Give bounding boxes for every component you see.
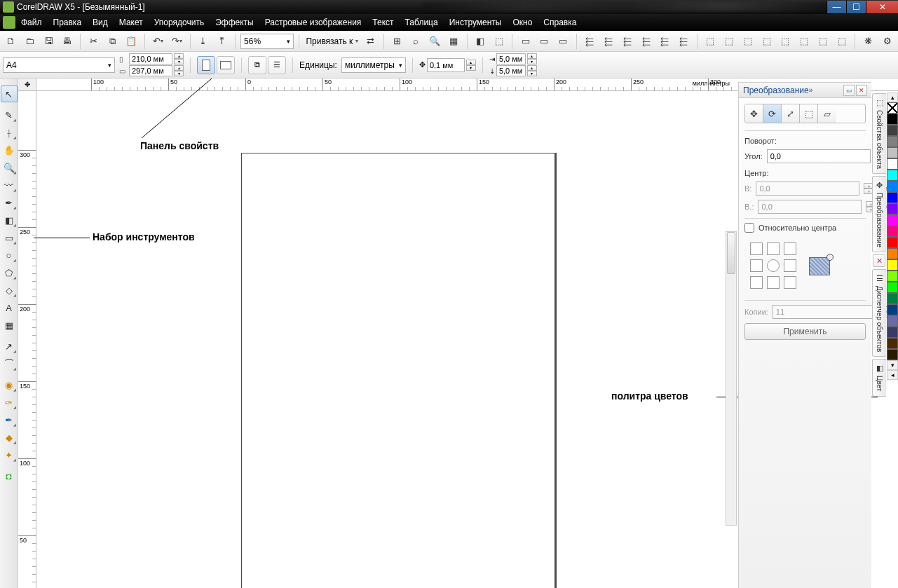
color-swatch[interactable] <box>887 136 898 147</box>
align-left-icon[interactable]: ⬱ <box>582 33 598 50</box>
color-tab[interactable]: ◧Цвет <box>872 359 886 396</box>
color-swatch[interactable] <box>887 259 898 271</box>
spinner[interactable]: ▴▾ <box>466 60 476 71</box>
color-swatch[interactable] <box>887 327 898 338</box>
cut-button[interactable]: ✂ <box>86 33 102 50</box>
open-button[interactable]: 🗀 <box>22 33 38 50</box>
page-layout-button[interactable]: ⧉ <box>248 56 266 74</box>
outline-tool[interactable]: ✒◢ <box>1 411 18 428</box>
pick-tool[interactable]: ↖ <box>1 86 18 102</box>
color-swatch[interactable] <box>887 125 898 136</box>
anchor-center[interactable] <box>767 259 780 272</box>
dup-y-input[interactable] <box>496 65 526 76</box>
ellipse-tool[interactable]: ○◢ <box>1 247 18 264</box>
color-swatch[interactable] <box>887 214 898 226</box>
menu-bitmaps[interactable]: Растровые изображения <box>265 18 362 27</box>
color-swatch[interactable] <box>887 226 898 237</box>
pan-tool[interactable]: ✋ <box>1 142 18 158</box>
object-manager-tab[interactable]: ☰Диспетчер объектов <box>872 269 886 357</box>
spinner[interactable]: ▴▾ <box>174 53 184 64</box>
copies-input[interactable] <box>773 305 876 319</box>
align-right-icon[interactable]: ⬱ <box>619 33 635 50</box>
color-swatch[interactable] <box>887 315 898 327</box>
zoom-tool[interactable]: 🔍◢ <box>1 159 18 176</box>
crop-tool[interactable]: ⟊◢ <box>1 124 18 141</box>
align-center-icon[interactable]: ⬱ <box>600 33 616 50</box>
color-swatch[interactable] <box>887 349 898 360</box>
landscape-button[interactable] <box>217 56 235 74</box>
skew-tab[interactable]: ▱ <box>818 104 836 123</box>
menu-tools[interactable]: Инструменты <box>449 18 502 27</box>
basic-shapes-tool[interactable]: ◇◢ <box>1 282 18 299</box>
docker-header[interactable]: Преобразование » ▭ ✕ <box>739 83 871 98</box>
menu-help[interactable]: Справка <box>543 18 576 27</box>
polygon-tool[interactable]: ⬠◢ <box>1 264 18 281</box>
settings-icon[interactable]: ⚙ <box>879 33 895 50</box>
align-bottom-icon[interactable]: ⬱ <box>676 33 692 50</box>
units-combo[interactable]: миллиметры▾ <box>341 57 406 73</box>
vertical-scrollbar[interactable] <box>726 231 737 526</box>
ruler-origin[interactable]: ✥ <box>18 78 36 91</box>
color-swatch[interactable] <box>887 203 898 214</box>
menu-arrange[interactable]: Упорядочить <box>154 18 204 27</box>
new-button[interactable]: 🗋 <box>3 33 19 50</box>
angle-input[interactable] <box>767 149 871 163</box>
save-button[interactable]: 🖫 <box>41 33 57 50</box>
color-swatch[interactable] <box>887 170 898 181</box>
interactive-fill-tool[interactable]: ✦◢ <box>1 446 18 463</box>
tool-icon[interactable]: ▦ <box>446 33 462 50</box>
tool-icon[interactable]: ⬚ <box>491 33 507 50</box>
center-x-input[interactable] <box>756 182 859 196</box>
color-swatch[interactable] <box>887 248 898 259</box>
menu-layout[interactable]: Макет <box>119 18 143 27</box>
tool-icon[interactable]: 🔍 <box>427 33 443 50</box>
distribute-icon[interactable]: ⬚ <box>815 33 831 50</box>
distribute-icon[interactable]: ⬚ <box>758 33 775 50</box>
page-layout-button[interactable]: ☰ <box>268 56 286 74</box>
tool-icon[interactable]: ◧ <box>472 33 488 50</box>
window-close-button[interactable]: ✕ <box>866 1 898 13</box>
tool-icon[interactable]: ▭ <box>555 33 571 50</box>
color-swatch[interactable] <box>887 147 898 158</box>
table-tool[interactable]: ▦ <box>1 317 18 334</box>
anchor-cell[interactable] <box>784 242 796 255</box>
align-top-icon[interactable]: ⬱ <box>638 33 654 50</box>
palette-down-arrow[interactable]: ▾ <box>887 360 898 370</box>
apply-button[interactable]: Применить <box>744 323 866 340</box>
fill-tool[interactable]: ◆◢ <box>1 429 18 446</box>
docker-minimize-button[interactable]: ▭ <box>843 85 855 96</box>
page-height-input[interactable] <box>129 65 172 76</box>
distribute-icon[interactable]: ⬚ <box>721 33 737 50</box>
color-swatch[interactable] <box>887 158 898 170</box>
text-tool[interactable]: A <box>1 299 18 316</box>
menu-edit[interactable]: Правка <box>53 18 82 27</box>
shape-tool[interactable]: ✎◢ <box>1 107 18 123</box>
color-swatch[interactable] <box>887 271 898 282</box>
no-color-swatch[interactable] <box>887 102 898 114</box>
anchor-cell[interactable] <box>784 259 796 272</box>
menu-window[interactable]: Окно <box>512 18 532 27</box>
freehand-tool[interactable]: 〰◢ <box>1 177 18 193</box>
window-minimize-button[interactable]: — <box>826 1 846 13</box>
vertical-ruler[interactable]: 30025020015010050 <box>18 91 36 588</box>
color-swatch[interactable] <box>887 114 898 125</box>
smart-fill-tool[interactable]: ✒◢ <box>1 194 18 211</box>
snap-to-dropdown[interactable]: Привязать к ▾ <box>304 36 360 46</box>
page-size-combo[interactable]: A4▾ <box>3 57 115 73</box>
center-y-input[interactable] <box>758 200 862 214</box>
anchor-cell[interactable] <box>767 276 780 289</box>
mesh-fill-tool[interactable]: ◘ <box>1 467 18 484</box>
scrollbar-thumb[interactable] <box>727 232 735 274</box>
object-properties-tab[interactable]: ⬚Свойства объекта <box>872 93 886 174</box>
tool-icon[interactable]: ⊞ <box>389 33 405 50</box>
color-swatch[interactable] <box>887 181 898 192</box>
size-tab[interactable]: ⬚ <box>800 104 818 123</box>
nudge-input[interactable] <box>427 58 465 72</box>
spinner[interactable]: ▴▾ <box>174 65 184 76</box>
options-button[interactable]: ⇄ <box>362 33 379 50</box>
connector-tool[interactable]: ⁀◢ <box>1 355 18 372</box>
window-maximize-button[interactable]: ☐ <box>846 1 866 13</box>
anchor-cell[interactable] <box>750 259 763 272</box>
scale-tab[interactable]: ⤢ <box>782 104 800 123</box>
color-swatch[interactable] <box>887 237 898 248</box>
